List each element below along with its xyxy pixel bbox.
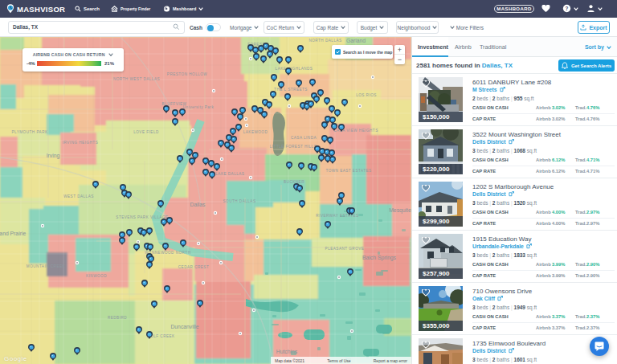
svg-text:IRVING HEIGHTS: IRVING HEIGHTS xyxy=(63,141,98,145)
svg-text:Hutchins: Hutchins xyxy=(276,349,298,354)
svg-text:LOS RIOS: LOS RIOS xyxy=(356,93,377,97)
svg-text:THE L STREETS: THE L STREETS xyxy=(274,88,308,92)
svg-text:KINWOOD: KINWOOD xyxy=(86,274,107,278)
svg-text:Duncanville: Duncanville xyxy=(170,324,198,329)
svg-text:LAKEWOOD: LAKEWOOD xyxy=(243,130,268,134)
svg-text:University Park: University Park xyxy=(183,105,215,109)
svg-text:NORTH WEST DALLAS: NORTH WEST DALLAS xyxy=(113,77,160,81)
svg-text:PRESTON HOLLOW: PRESTON HOLLOW xyxy=(167,72,207,76)
svg-text:STEVENS PARK VILLAGE: STEVENS PARK VILLAGE xyxy=(116,215,168,219)
svg-text:PLEASANT GROVE: PLEASANT GROVE xyxy=(325,247,365,251)
svg-text:Mesquite: Mesquite xyxy=(389,207,411,214)
svg-text:?: ? xyxy=(566,6,569,11)
svg-text:CEDAR CREST: CEDAR CREST xyxy=(178,265,209,269)
svg-text:NORTH DALLAS: NORTH DALLAS xyxy=(308,39,341,43)
svg-text:LOVE FIELD: LOVE FIELD xyxy=(133,130,159,134)
svg-text:Irving: Irving xyxy=(47,153,60,159)
svg-text:LAKE HIGHLANDS: LAKE HIGHLANDS xyxy=(276,67,313,71)
svg-text:Garland: Garland xyxy=(346,38,366,43)
svg-text:CASA LINDA: CASA LINDA xyxy=(291,136,317,140)
svg-text:WYNNEWOOD NORTH: WYNNEWOOD NORTH xyxy=(145,251,191,255)
svg-text:Grand Prairie: Grand Prairie xyxy=(0,231,26,236)
svg-text:LITTLE FOREST HILLS: LITTLE FOREST HILLS xyxy=(270,145,317,149)
svg-text:BUCKNER: BUCKNER xyxy=(284,180,304,184)
svg-text:Dallas: Dallas xyxy=(190,202,206,207)
svg-text:Balch Springs: Balch Springs xyxy=(362,255,397,261)
svg-text:TOWN EAST ESTATES: TOWN EAST ESTATES xyxy=(325,169,371,173)
svg-text:WEST DALLAS: WEST DALLAS xyxy=(63,194,94,198)
svg-text:MOUNTAIN CREEK: MOUNTAIN CREEK xyxy=(27,264,66,268)
svg-text:SOUTH DALLAS: SOUTH DALLAS xyxy=(223,199,256,203)
svg-text:PLYMOUTH PARK: PLYMOUTH PARK xyxy=(11,130,48,134)
svg-text:REDBIRD: REDBIRD xyxy=(108,316,127,320)
